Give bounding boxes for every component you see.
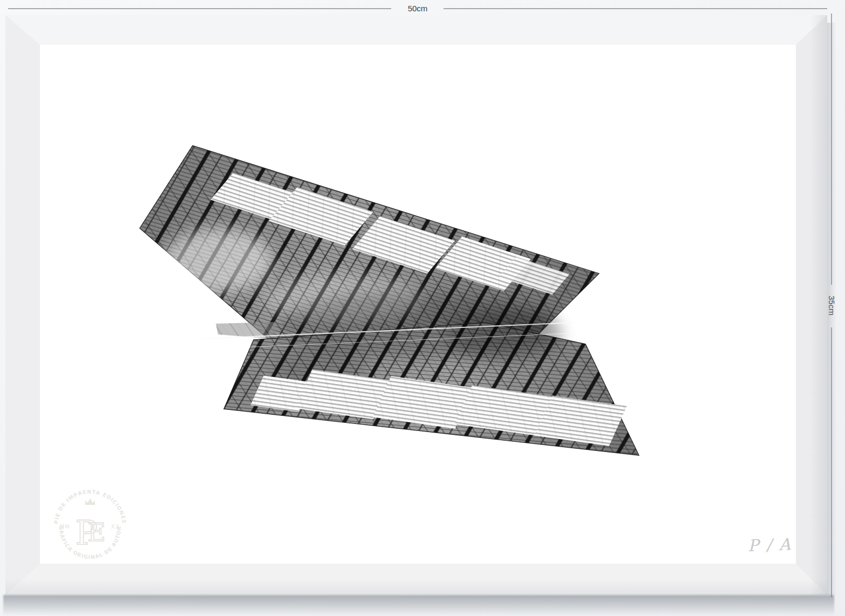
crown-icon — [85, 498, 95, 505]
frame-right-shading — [810, 15, 827, 595]
width-dimension-line-right — [444, 8, 827, 9]
width-dimension-line-left — [8, 8, 391, 9]
width-dimension-label: 50cm — [391, 3, 445, 13]
blind-stamp-seal: PIE DE IMPRENTA EDICIONES GRÁFICA ORIGIN… — [53, 489, 127, 560]
seal-left-text: MM — [59, 523, 70, 530]
seal-right-text: XX — [111, 523, 120, 530]
edition-mark: P / A — [747, 535, 792, 555]
seal-monogram-e: E — [87, 518, 106, 547]
product-preview: 50cm 35cm — [0, 0, 845, 616]
frame-drop-shadow — [3, 595, 834, 616]
frame-side-shadow — [827, 23, 836, 595]
print-paper: PIE DE IMPRENTA EDICIONES GRÁFICA ORIGIN… — [40, 45, 796, 564]
frame-bottom-shading — [5, 579, 827, 595]
